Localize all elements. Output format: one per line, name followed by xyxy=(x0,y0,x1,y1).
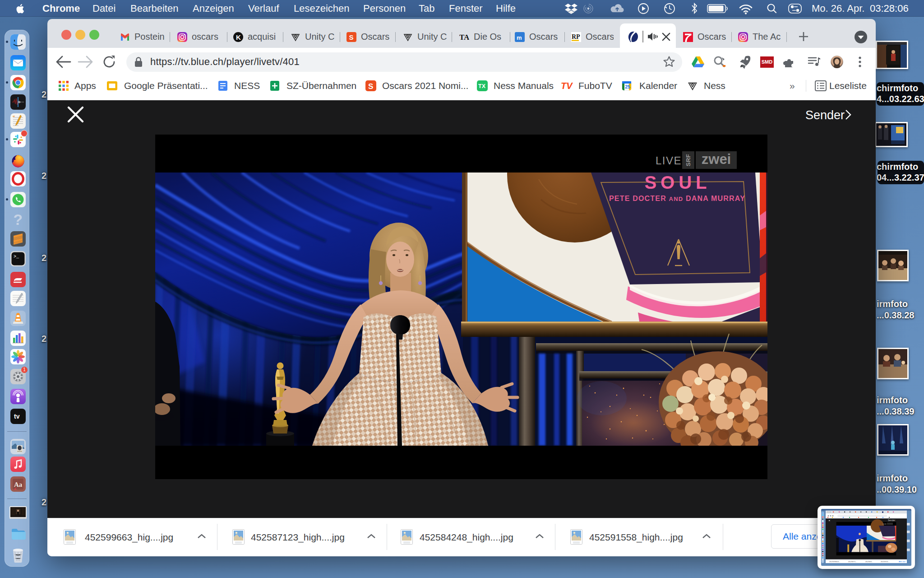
svg-text:K: K xyxy=(236,33,241,41)
svg-text:PETE DOCTER AND DANA MURRAY: PETE DOCTER AND DANA MURRAY xyxy=(609,195,745,202)
svg-text:452599663...: 452599663... xyxy=(829,560,840,563)
svg-text:tv: tv xyxy=(14,413,20,420)
svg-text:“: “ xyxy=(13,115,15,120)
svg-text:S: S xyxy=(368,82,373,91)
svg-text:4525871...: 4525871... xyxy=(848,560,857,563)
svg-text:25: 25 xyxy=(625,84,630,89)
svg-text:RP: RP xyxy=(572,33,580,40)
svg-text:TX: TX xyxy=(478,83,486,89)
svg-text:TV: TV xyxy=(561,81,573,91)
svg-text:m: m xyxy=(517,34,522,41)
svg-text:TA: TA xyxy=(459,33,469,42)
svg-text:S: S xyxy=(349,33,354,41)
svg-text:4525915...: 4525915... xyxy=(881,560,890,563)
svg-text:LIVE: LIVE xyxy=(882,523,887,525)
svg-text:Sender: Sender xyxy=(888,519,895,522)
svg-text:452584...: 452584... xyxy=(865,560,873,563)
svg-text:SOUL: SOUL xyxy=(644,172,711,192)
svg-text:Alle anz.: Alle anz. xyxy=(899,560,906,563)
svg-text:Aa: Aa xyxy=(14,481,23,488)
svg-text:>_: >_ xyxy=(14,254,19,259)
